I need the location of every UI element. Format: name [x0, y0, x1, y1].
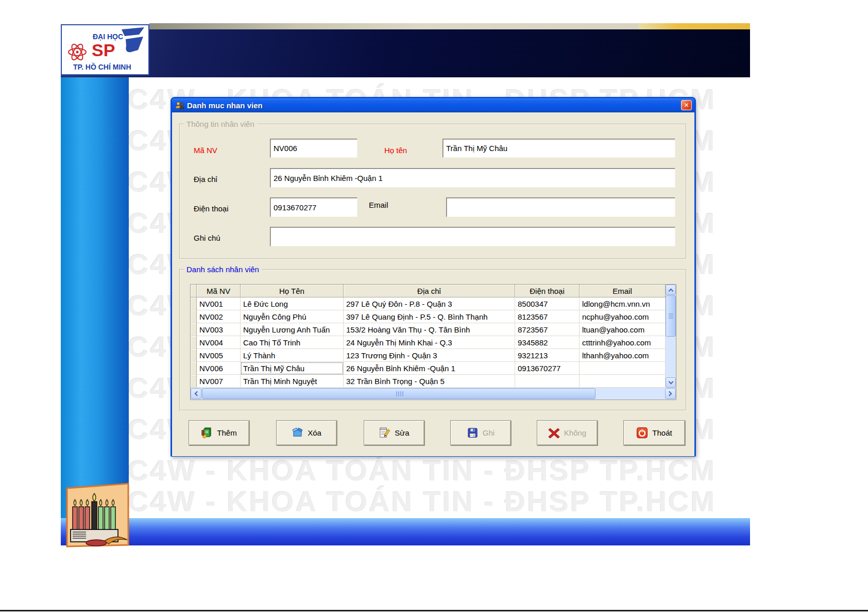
row-selector[interactable] — [191, 349, 197, 362]
ghi-chu-field[interactable] — [270, 227, 675, 246]
chevron-left-icon — [195, 391, 200, 396]
cell-email[interactable]: ctttrinh@yahoo.com — [580, 336, 666, 349]
sua-button[interactable]: Sửa — [364, 420, 424, 445]
column-header-ma-nv[interactable]: Mã NV — [197, 285, 241, 297]
row-selector[interactable] — [191, 336, 197, 349]
row-selector[interactable] — [191, 362, 197, 375]
watermark-text: C4W - KHOA TOÁN TIN - ĐHSP TP.HCM — [128, 485, 743, 518]
cell-ma-nv[interactable]: NV007 — [197, 375, 241, 388]
cell-ma-nv[interactable]: NV004 — [197, 336, 241, 349]
table-row-selected[interactable]: NV006 Trần Thị Mỹ Châu 26 Nguyễn Bỉnh Kh… — [191, 362, 666, 375]
cell-ma-nv[interactable]: NV002 — [197, 310, 241, 323]
row-selector[interactable] — [191, 310, 197, 323]
scroll-down-button[interactable] — [666, 377, 676, 388]
row-selector[interactable] — [191, 297, 197, 310]
cell-email[interactable]: ldlong@hcm.vnn.vn — [580, 297, 666, 310]
column-header-dien-thoai[interactable]: Điện thoại — [515, 285, 580, 297]
table-row[interactable]: NV007 Trần Thị Minh Nguyệt 32 Trần Bình … — [191, 375, 666, 388]
atom-icon — [76, 51, 79, 54]
cell-dien-thoai[interactable]: 8723567 — [515, 323, 580, 336]
employee-table: Mã NV Họ Tên Địa chỉ Điện thoại Email NV… — [191, 285, 666, 388]
cell-ho-ten[interactable]: Cao Thị Tố Trinh — [241, 336, 344, 349]
email-label: Email — [369, 201, 388, 209]
cell-dien-thoai[interactable]: 8500347 — [515, 297, 580, 310]
column-header-dia-chi[interactable]: Địa chỉ — [344, 285, 515, 297]
list-group-title: Danh sách nhân viên — [184, 265, 262, 274]
horizontal-scrollbar[interactable] — [191, 388, 676, 400]
cell-ho-ten[interactable]: Lê Đức Long — [241, 297, 344, 310]
scroll-right-button[interactable] — [665, 388, 676, 399]
table-row[interactable]: NV004 Cao Thị Tố Trinh 24 Nguyễn Thị Min… — [191, 336, 666, 349]
row-selector[interactable] — [191, 323, 197, 336]
ghi-button[interactable]: Ghi — [450, 420, 511, 445]
cell-ma-nv[interactable]: NV003 — [197, 323, 241, 336]
cell-ma-nv[interactable]: NV006 — [197, 362, 241, 375]
email-field[interactable] — [446, 197, 675, 217]
cell-dien-thoai[interactable]: 9345882 — [515, 336, 580, 349]
cell-email[interactable]: ltuan@yahoo.com — [580, 323, 666, 336]
ma-nv-field[interactable] — [270, 139, 358, 158]
column-header-ho-ten[interactable]: Họ Tên — [241, 285, 344, 297]
thoat-button-label: Thoát — [652, 428, 672, 437]
left-blue-strip — [61, 77, 129, 518]
cell-ho-ten[interactable]: Trần Thị Minh Nguyệt — [241, 375, 344, 388]
ho-ten-field[interactable] — [442, 139, 675, 158]
cell-ho-ten-focused[interactable]: Trần Thị Mỹ Châu — [241, 362, 344, 375]
ghi-button-label: Ghi — [483, 428, 495, 437]
xoa-button[interactable]: Xóa — [276, 420, 337, 445]
save-icon — [467, 427, 479, 439]
dien-thoai-field[interactable] — [270, 197, 358, 217]
cell-dia-chi[interactable]: 24 Nguyễn Thị Minh Khai - Q.3 — [344, 336, 515, 349]
cell-dien-thoai[interactable]: 0913670277 — [515, 362, 580, 375]
vertical-scrollbar[interactable] — [666, 285, 676, 388]
cell-ho-ten[interactable]: Nguyễn Công Phú — [241, 310, 344, 323]
them-button[interactable]: Thêm — [189, 420, 249, 445]
info-group-title: Thông tin nhân viên — [184, 120, 257, 128]
them-button-label: Thêm — [217, 428, 236, 437]
cell-dien-thoai[interactable]: 8123567 — [515, 310, 580, 323]
cell-dia-chi[interactable]: 26 Nguyễn Bỉnh Khiêm -Quận 1 — [344, 362, 515, 375]
cell-ho-ten[interactable]: Lý Thành — [241, 349, 344, 362]
column-header-email[interactable]: Email — [580, 285, 666, 297]
cell-dia-chi[interactable]: 32 Trần Bình Trọng - Quận 5 — [344, 375, 515, 388]
vertical-scroll-thumb[interactable] — [666, 295, 676, 337]
logo-s-shape — [122, 27, 144, 36]
cell-email[interactable] — [580, 362, 666, 375]
table-row[interactable]: NV001 Lê Đức Long 297 Lê Quý Đôn - P.8 -… — [191, 297, 666, 310]
scroll-up-button[interactable] — [666, 285, 676, 295]
cell-ma-nv[interactable]: NV001 — [197, 297, 241, 310]
khong-button[interactable]: Không — [537, 420, 598, 445]
ghi-chu-label: Ghi chú — [194, 234, 220, 242]
cell-email[interactable]: lthanh@yahoo.com — [580, 349, 666, 362]
cell-dia-chi[interactable]: 297 Lê Quý Đôn - P.8 - Quận 3 — [344, 297, 515, 310]
dialog-title: Danh muc nhan vien — [187, 101, 263, 110]
list-groupbox: Danh sách nhân viên Mã NV Họ Tên Địa chỉ… — [179, 269, 686, 410]
cell-dia-chi[interactable]: 153/2 Hoàng Văn Thụ - Q. Tân Bình — [344, 323, 515, 336]
cell-ma-nv[interactable]: NV005 — [197, 349, 241, 362]
scroll-left-button[interactable] — [191, 388, 201, 399]
cell-dia-chi[interactable]: 123 Trương Định - Quận 3 — [344, 349, 515, 362]
row-selector[interactable] — [191, 375, 197, 388]
cell-dia-chi[interactable]: 397 Lê Quang Định - P.5 - Q. Bình Thạnh — [344, 310, 515, 323]
chevron-up-icon — [668, 288, 673, 293]
employee-grid: Mã NV Họ Tên Địa chỉ Điện thoại Email NV… — [190, 284, 676, 400]
logo-line1: ĐẠI HỌC — [93, 32, 123, 41]
table-row[interactable]: NV005 Lý Thành 123 Trương Định - Quận 3 … — [191, 349, 666, 362]
chevron-down-icon — [668, 379, 673, 384]
table-row[interactable]: NV003 Nguyễn Lương Anh Tuấn 153/2 Hoàng … — [191, 323, 666, 336]
dia-chi-field[interactable] — [270, 168, 675, 188]
dialog-titlebar[interactable]: Danh muc nhan vien ✕ — [172, 98, 694, 112]
horizontal-scroll-thumb[interactable] — [202, 388, 595, 399]
cell-ho-ten[interactable]: Nguyễn Lương Anh Tuấn — [241, 323, 344, 336]
slide: C4W - KHOA TOÁN TIN - ĐHSP TP.HCM C4W - … — [0, 0, 868, 614]
header-row: Mã NV Họ Tên Địa chỉ Điện thoại Email — [191, 285, 666, 297]
table-row[interactable]: NV002 Nguyễn Công Phú 397 Lê Quang Định … — [191, 310, 666, 323]
cell-email[interactable]: ncphu@yahoo.com — [580, 310, 666, 323]
cell-dien-thoai[interactable]: 9321213 — [515, 349, 580, 362]
cell-dien-thoai[interactable] — [515, 375, 580, 388]
cell-email[interactable] — [580, 375, 666, 388]
thoat-button[interactable]: Thoát — [623, 420, 685, 445]
close-button[interactable]: ✕ — [681, 100, 692, 110]
university-logo: ĐẠI HỌC SP TP. HỒ CHÍ MINH — [61, 24, 149, 75]
logo-line2: SP — [92, 40, 115, 60]
